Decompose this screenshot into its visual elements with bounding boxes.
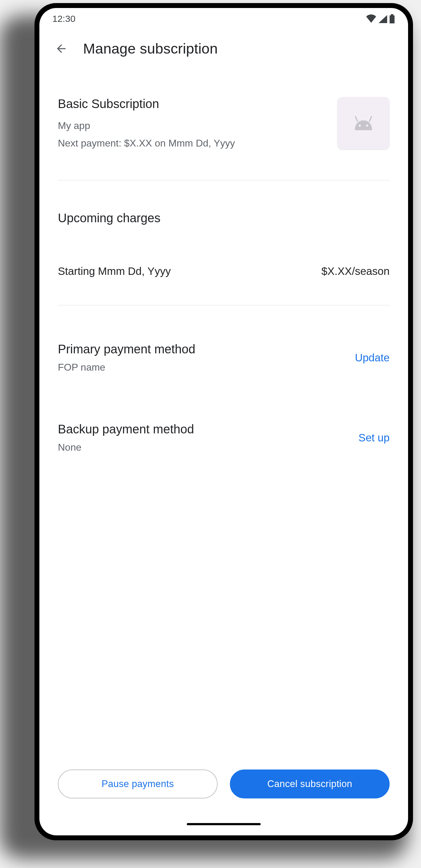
subscription-app-name: My app xyxy=(58,120,235,131)
status-bar: 12:30 xyxy=(39,8,408,30)
content: Basic Subscription My app Next payment: … xyxy=(39,57,408,770)
battery-icon xyxy=(389,14,395,23)
subscription-title: Basic Subscription xyxy=(58,97,235,111)
phone-frame: 12:30 Manage subsc xyxy=(34,3,413,840)
status-icons xyxy=(366,14,395,23)
backup-payment-row: Backup payment method None Set up xyxy=(58,373,390,453)
status-time: 12:30 xyxy=(52,13,75,24)
wifi-icon xyxy=(366,14,377,23)
primary-payment-label: Primary payment method xyxy=(58,342,195,356)
svg-rect-1 xyxy=(390,16,394,23)
subscription-next-payment: Next payment: $X.XX on Mmm Dd, Yyyy xyxy=(58,137,235,149)
primary-payment-row: Primary payment method FOP name Update xyxy=(58,305,390,373)
cellular-icon xyxy=(378,14,388,23)
svg-rect-0 xyxy=(391,14,393,16)
navigation-bar xyxy=(39,823,408,835)
backup-payment-label: Backup payment method xyxy=(58,422,194,436)
primary-payment-value: FOP name xyxy=(58,362,195,373)
cancel-subscription-button[interactable]: Cancel subscription xyxy=(230,770,390,799)
page-title: Manage subscription xyxy=(83,40,218,57)
back-arrow-icon[interactable] xyxy=(55,42,68,55)
pause-payments-button[interactable]: Pause payments xyxy=(58,770,218,799)
update-payment-link[interactable]: Update xyxy=(355,351,390,364)
upcoming-charge-price: $X.XX/season xyxy=(321,265,390,277)
app-bar: Manage subscription xyxy=(39,30,408,57)
android-icon xyxy=(352,116,375,130)
backup-payment-value: None xyxy=(58,442,194,453)
svg-line-2 xyxy=(355,117,357,121)
upcoming-charge-row: Starting Mmm Dd, Yyyy $X.XX/season xyxy=(58,225,390,277)
svg-point-4 xyxy=(359,125,361,127)
screen: 12:30 Manage subsc xyxy=(39,8,408,835)
upcoming-charges-heading: Upcoming charges xyxy=(58,180,390,225)
upcoming-charge-date: Starting Mmm Dd, Yyyy xyxy=(58,265,171,277)
home-indicator[interactable] xyxy=(187,823,261,825)
svg-line-3 xyxy=(369,117,371,121)
subscription-header: Basic Subscription My app Next payment: … xyxy=(58,57,390,149)
svg-point-5 xyxy=(366,125,368,127)
setup-backup-link[interactable]: Set up xyxy=(359,432,390,444)
bottom-action-bar: Pause payments Cancel subscription xyxy=(39,770,408,823)
app-icon xyxy=(337,97,390,149)
